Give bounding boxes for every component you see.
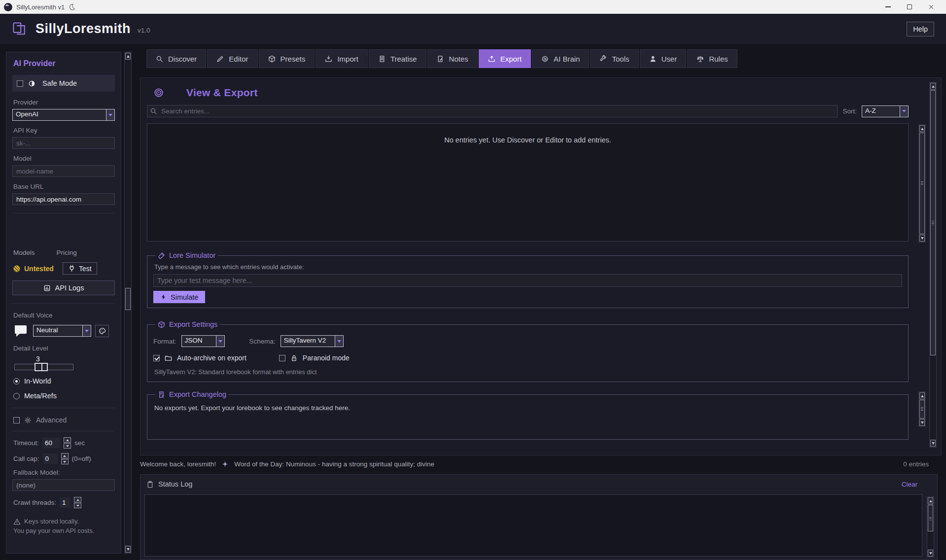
schema-select[interactable]: SillyTavern V2: [280, 335, 344, 347]
timeout-stepper[interactable]: [64, 437, 71, 449]
chevron-down-icon[interactable]: [216, 336, 224, 347]
scroll-down-button[interactable]: [930, 440, 936, 447]
safe-mode-checkbox[interactable]: [17, 80, 23, 87]
app-header: SillyLoresmith v1.0 Help: [0, 14, 946, 44]
scroll-up-button[interactable]: [928, 497, 933, 504]
scroll-track[interactable]: [125, 60, 131, 545]
sidebar-scrollbar[interactable]: [124, 52, 132, 554]
scroll-up-button[interactable]: [125, 53, 131, 60]
chevron-down-icon[interactable]: [900, 106, 908, 117]
simulator-message-input[interactable]: [153, 274, 902, 287]
provider-select[interactable]: OpenAI: [12, 109, 115, 121]
clear-log-link[interactable]: Clear: [902, 481, 917, 488]
scroll-down-button[interactable]: [125, 546, 131, 553]
tab-ai-brain[interactable]: AI Brain: [532, 49, 589, 68]
tab-presets[interactable]: Presets: [259, 49, 315, 68]
call-cap-stepper[interactable]: [61, 453, 69, 464]
timeout-value[interactable]: 60: [42, 438, 60, 448]
help-button[interactable]: Help: [907, 22, 934, 36]
scroll-thumb[interactable]: [919, 133, 925, 234]
format-select[interactable]: JSON: [181, 335, 225, 347]
radio-icon[interactable]: [13, 378, 20, 385]
model-field[interactable]: [12, 165, 115, 177]
chevron-down-icon[interactable]: [82, 325, 91, 336]
auto-archive-checkbox[interactable]: [153, 355, 160, 361]
sort-select[interactable]: A-Z: [862, 105, 909, 117]
call-cap-label: Call cap:: [13, 455, 39, 462]
scroll-track[interactable]: [919, 133, 925, 234]
status-log-title: Status Log: [158, 480, 192, 488]
call-cap-value[interactable]: 0: [43, 454, 58, 464]
changelog-scrollbar[interactable]: [918, 391, 926, 427]
slider-handle[interactable]: [35, 363, 48, 371]
minimize-button[interactable]: [877, 0, 899, 14]
search-input[interactable]: [147, 105, 838, 117]
scroll-up-button[interactable]: [919, 392, 925, 399]
close-icon: [928, 4, 934, 10]
models-link[interactable]: Models: [13, 249, 35, 256]
test-connection-button[interactable]: Test: [63, 262, 97, 275]
radio-icon[interactable]: [13, 393, 20, 399]
tab-export[interactable]: Export: [479, 49, 531, 68]
safe-mode-toggle[interactable]: Safe Mode: [12, 75, 115, 92]
divider: [12, 213, 115, 213]
tab-discover[interactable]: Discover: [146, 49, 206, 68]
advanced-toggle[interactable]: Advanced: [13, 416, 115, 424]
scroll-thumb[interactable]: [930, 90, 936, 355]
pricing-link[interactable]: Pricing: [57, 249, 77, 256]
scroll-thumb[interactable]: [919, 400, 925, 419]
sidebar-ai-provider: AI Provider Safe Mode Provider OpenAI AP…: [6, 52, 121, 554]
maximize-button[interactable]: [899, 0, 920, 14]
export-page: View & Export Sort: A-Z No entries yet. …: [140, 77, 942, 455]
lore-simulator-title: Lore Simulator: [169, 251, 215, 259]
chevron-down-icon[interactable]: [106, 109, 114, 120]
status-log-scrollbar[interactable]: [927, 496, 934, 558]
advanced-checkbox[interactable]: [13, 417, 20, 423]
close-button[interactable]: [920, 0, 942, 14]
timeout-label: Timeout:: [13, 439, 39, 447]
scroll-down-button[interactable]: [919, 235, 925, 242]
entries-list[interactable]: No entries yet. Use Discover or Editor t…: [147, 123, 909, 242]
status-log-output[interactable]: [144, 494, 922, 557]
tab-rules[interactable]: Rules: [687, 49, 737, 68]
scroll-down-button[interactable]: [919, 419, 925, 426]
api-logs-button[interactable]: API Logs: [12, 280, 115, 295]
scroll-track[interactable]: [930, 90, 936, 439]
sort-value: A-Z: [862, 106, 900, 117]
simulate-button[interactable]: Simulate: [153, 291, 205, 303]
radio-in-world[interactable]: In-World: [13, 377, 115, 385]
crawl-threads-value[interactable]: 1: [60, 497, 70, 508]
api-key-field[interactable]: [12, 137, 115, 149]
paranoid-mode-checkbox[interactable]: [279, 355, 285, 361]
scroll-thumb[interactable]: [928, 505, 933, 531]
format-label: Format:: [153, 338, 176, 345]
model-label: Model: [13, 155, 114, 162]
tab-notes[interactable]: Notes: [427, 49, 478, 68]
scroll-up-button[interactable]: [930, 83, 936, 90]
scroll-track[interactable]: [928, 505, 933, 549]
tab-tools[interactable]: Tools: [590, 49, 638, 68]
radio-meta-refs[interactable]: Meta/Refs: [13, 392, 115, 400]
scroll-up-button[interactable]: [919, 125, 925, 132]
page-scrollbar[interactable]: [929, 82, 937, 448]
scroll-down-button[interactable]: [928, 550, 933, 557]
chevron-down-icon[interactable]: [335, 336, 343, 347]
wrench-icon: [599, 55, 607, 63]
tab-user[interactable]: User: [640, 49, 687, 68]
voice-select[interactable]: Neutral: [33, 325, 91, 337]
voice-palette-button[interactable]: [95, 325, 109, 337]
fallback-model-field[interactable]: [12, 479, 115, 491]
tab-import[interactable]: Import: [315, 49, 368, 68]
note-icon: [437, 55, 444, 63]
provider-value: OpenAI: [13, 109, 106, 120]
crawl-threads-stepper[interactable]: [74, 497, 81, 508]
tab-treatise[interactable]: Treatise: [369, 49, 426, 68]
scroll-thumb[interactable]: [125, 288, 131, 310]
scroll-track[interactable]: [919, 400, 925, 419]
entries-scrollbar[interactable]: [918, 124, 926, 243]
base-url-field[interactable]: [12, 193, 115, 205]
tab-editor[interactable]: Editor: [207, 49, 257, 68]
scales-icon: [697, 55, 704, 63]
detail-level-slider[interactable]: [14, 364, 73, 370]
changelog-empty-message: No exports yet. Export your lorebook to …: [154, 404, 902, 412]
